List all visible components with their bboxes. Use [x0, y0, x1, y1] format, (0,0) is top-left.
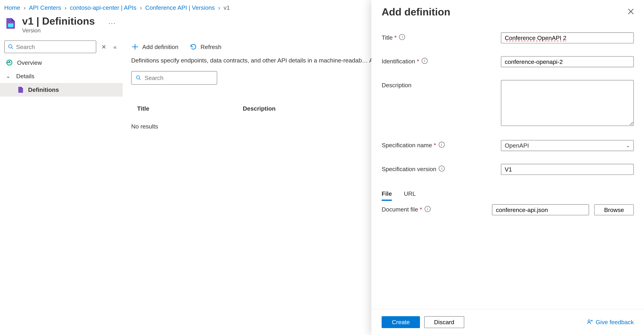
- toolbar-label: Add definition: [142, 43, 178, 50]
- svg-rect-0: [8, 23, 13, 27]
- spec-name-label: Specification name: [382, 142, 432, 148]
- browse-button[interactable]: Browse: [594, 204, 634, 215]
- description-label: Description: [382, 82, 412, 88]
- spec-name-value: OpenAPI: [505, 142, 529, 149]
- identification-input[interactable]: [501, 56, 634, 67]
- svg-line-2: [12, 48, 13, 49]
- search-icon: [136, 75, 141, 81]
- toolbar-label: Refresh: [200, 43, 222, 50]
- info-icon[interactable]: i: [422, 58, 428, 64]
- sidebar-item-label: Details: [16, 73, 34, 79]
- column-description[interactable]: Description: [237, 102, 282, 115]
- discard-button[interactable]: Discard: [424, 316, 464, 328]
- required-indicator: *: [417, 58, 419, 65]
- add-definition-panel: Add definition Title * i Identification: [372, 0, 644, 335]
- column-title[interactable]: Title: [131, 102, 237, 115]
- collapse-sidebar-icon[interactable]: «: [112, 43, 118, 50]
- create-button[interactable]: Create: [382, 316, 420, 328]
- panel-footer: Create Discard Give feedback: [372, 309, 644, 335]
- svg-point-1: [9, 45, 12, 48]
- search-icon: [8, 44, 14, 50]
- definitions-resource-icon: [4, 17, 17, 30]
- info-icon[interactable]: i: [438, 142, 444, 148]
- svg-point-6: [136, 75, 140, 79]
- plus-icon: [131, 43, 139, 51]
- required-indicator: *: [394, 34, 397, 41]
- main-search-input[interactable]: [144, 74, 212, 81]
- info-icon[interactable]: i: [399, 34, 405, 40]
- identification-label: Identification: [382, 58, 415, 65]
- give-feedback-link[interactable]: Give feedback: [586, 319, 634, 326]
- page-subtitle: Version: [22, 27, 95, 34]
- sidebar-item-label: Definitions: [28, 86, 59, 93]
- document-file-label: Document file: [382, 206, 418, 213]
- file-url-tabs: File URL: [382, 188, 634, 201]
- spec-version-input[interactable]: [501, 164, 634, 175]
- page-title: v1 | Definitions: [22, 15, 95, 27]
- add-definition-button[interactable]: Add definition: [131, 43, 178, 51]
- chevron-down-icon: ⌄: [6, 73, 12, 79]
- sidebar-search[interactable]: [4, 40, 96, 53]
- spec-name-select[interactable]: OpenAPI ⌄: [501, 140, 634, 151]
- document-file-input[interactable]: [492, 204, 589, 215]
- close-panel-button[interactable]: [628, 7, 634, 16]
- chevron-right-icon: ›: [218, 4, 220, 11]
- svg-point-10: [588, 320, 590, 322]
- breadcrumb-api-centers[interactable]: API Centers: [29, 4, 61, 11]
- panel-title: Add definition: [382, 6, 450, 18]
- clear-search-icon[interactable]: ✕: [100, 43, 107, 50]
- feedback-icon: [586, 319, 593, 326]
- sidebar: ✕ « Overview ⌄ Details Definitions: [0, 38, 123, 330]
- chevron-right-icon: ›: [64, 4, 66, 11]
- refresh-icon: [190, 43, 197, 51]
- breadcrumb-home[interactable]: Home: [4, 4, 20, 11]
- breadcrumb-conference-api[interactable]: Conference API | Versions: [145, 4, 215, 11]
- breadcrumb-current: v1: [224, 4, 230, 11]
- sidebar-item-label: Overview: [17, 59, 42, 66]
- info-icon[interactable]: i: [439, 165, 445, 171]
- tab-url[interactable]: URL: [404, 188, 416, 201]
- chevron-right-icon: ›: [140, 4, 142, 11]
- close-icon: [628, 8, 634, 14]
- sidebar-item-overview[interactable]: Overview: [0, 56, 123, 69]
- svg-line-7: [140, 79, 141, 80]
- more-button[interactable]: ···: [108, 20, 116, 26]
- sidebar-item-definitions[interactable]: Definitions: [0, 83, 123, 97]
- title-label: Title: [382, 34, 393, 41]
- feedback-label: Give feedback: [596, 319, 634, 326]
- overview-icon: [6, 59, 13, 66]
- definitions-icon: [17, 86, 24, 93]
- chevron-down-icon: ⌄: [626, 143, 630, 149]
- info-icon[interactable]: i: [425, 206, 431, 212]
- breadcrumb-contoso[interactable]: contoso-api-center | APIs: [70, 4, 136, 11]
- description-input[interactable]: [501, 80, 634, 126]
- title-input[interactable]: [501, 32, 634, 43]
- required-indicator: *: [434, 142, 436, 148]
- refresh-button[interactable]: Refresh: [190, 43, 222, 51]
- tab-file[interactable]: File: [382, 188, 392, 201]
- chevron-right-icon: ›: [24, 4, 26, 11]
- sidebar-item-details[interactable]: ⌄ Details: [0, 69, 123, 83]
- required-indicator: *: [420, 206, 422, 213]
- spec-version-label: Specification version: [382, 165, 436, 172]
- main-search[interactable]: [131, 71, 217, 85]
- sidebar-search-input[interactable]: [16, 43, 92, 50]
